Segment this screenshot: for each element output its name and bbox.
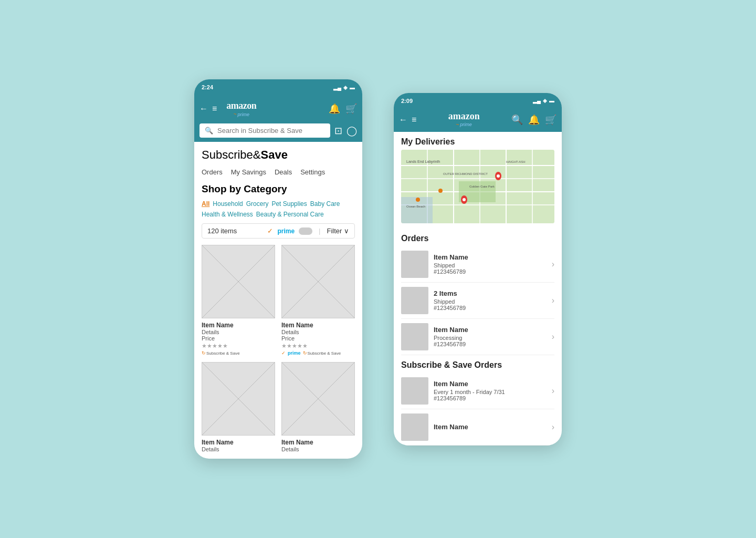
product-details-1: Details <box>281 329 355 335</box>
product-image-1[interactable] <box>281 245 355 318</box>
order-id-0: #123456789 <box>434 268 547 275</box>
battery-icon-left: ▬ <box>350 85 355 90</box>
amazon-text-left: amazon <box>226 100 256 111</box>
order-thumb-2 <box>401 323 428 350</box>
search-icon-left: 🔍 <box>205 127 213 134</box>
product-image-0[interactable] <box>202 245 275 318</box>
product-card-3: Item Name Details <box>281 362 355 452</box>
order-item-0[interactable]: Item Name Shipped #123456789 › <box>401 246 554 283</box>
filter-row: 120 items ✓ prime | Filter ∨ <box>202 223 355 239</box>
svg-text:OUTER RICHMOND DISTRICT: OUTER RICHMOND DISTRICT <box>443 172 488 175</box>
cat-beauty-personal-care[interactable]: Beauty & Personal Care <box>256 211 324 218</box>
cat-all[interactable]: All <box>202 200 209 208</box>
search-wrap-left: 🔍 <box>200 123 330 138</box>
order-name-0: Item Name <box>434 253 547 261</box>
order-info-2: Item Name Processing #123456789 <box>434 326 547 347</box>
amazon-logo-right: amazon ~ prime <box>421 111 507 129</box>
items-count: 120 items <box>207 227 263 235</box>
back-button-left[interactable]: ← <box>200 104 208 113</box>
cat-health-wellness[interactable]: Health & Wellness <box>202 211 253 218</box>
svg-point-18 <box>497 174 500 178</box>
tab-deals[interactable]: Deals <box>275 168 292 176</box>
orders-section-title: Orders <box>394 229 562 246</box>
my-deliveries-title: My Deliveries <box>394 132 562 150</box>
cat-grocery[interactable]: Grocery <box>246 200 269 208</box>
sns-order-id-0: #123456789 <box>434 395 547 401</box>
product-image-2[interactable] <box>202 362 275 436</box>
cat-pet-supplies[interactable]: Pet Supplies <box>271 200 307 208</box>
left-content: Subscribe&Save Orders My Savings Deals S… <box>194 142 362 459</box>
order-info-0: Item Name Shipped #123456789 <box>434 253 547 275</box>
sns-icon-0: ↻ <box>202 350 206 356</box>
status-icons-right: ▂▄ ◈ ▬ <box>533 98 554 104</box>
product-details-2: Details <box>202 446 275 452</box>
nav-bar-right: ← ≡ amazon ~ prime 🔍 🔔 🛒 <box>394 108 562 132</box>
product-card-0: Item Name Details Price ★★★★★ ↻ Subscrib… <box>202 245 275 356</box>
mic-icon-left[interactable]: ◯ <box>346 125 357 137</box>
product-stars-0: ★★★★★ <box>202 343 275 349</box>
order-thumb-1 <box>401 287 428 314</box>
sns-orders-title: Subscribe & Save Orders <box>394 355 562 373</box>
sns-order-schedule-0: Every 1 month - Friday 7/31 <box>434 389 547 395</box>
signal-icon-left: ▂▄ <box>333 85 341 90</box>
order-item-1[interactable]: 2 Items Shipped #123456789 › <box>401 283 554 319</box>
order-status-0: Shipped <box>434 262 547 268</box>
prime-check-icon: ✓ <box>267 227 273 235</box>
svg-text:HAIGHT-ASH: HAIGHT-ASH <box>506 160 526 163</box>
product-card-2: Item Name Details <box>202 362 275 452</box>
nav-bar-left: ← ≡ amazon ~ prime 🔔 🛒 <box>194 94 362 123</box>
prime-label-1: prime <box>288 350 301 356</box>
amazon-logo-left: amazon ~ prime <box>221 97 324 120</box>
sns-order-thumb-0 <box>401 377 428 405</box>
chevron-icon-1: › <box>552 296 554 305</box>
shop-by-category-title: Shop by Category <box>202 183 355 195</box>
sns-badge-1: ↻ Subscribe & Save <box>303 350 341 356</box>
right-phone: 2:09 ▂▄ ◈ ▬ ← ≡ amazon ~ prime 🔍 🔔 🛒 My … <box>394 93 562 446</box>
menu-button-right[interactable]: ≡ <box>412 115 416 125</box>
product-name-0: Item Name <box>202 322 275 329</box>
tab-settings[interactable]: Settings <box>300 168 325 176</box>
sns-order-item-0[interactable]: Item Name Every 1 month - Friday 7/31 #1… <box>401 373 554 409</box>
orders-list: Item Name Shipped #123456789 › 2 Items S… <box>394 246 562 355</box>
cat-baby-care[interactable]: Baby Care <box>310 200 340 208</box>
product-details-0: Details <box>202 329 275 335</box>
cat-household[interactable]: Household <box>213 200 243 208</box>
sns-order-item-1[interactable]: Item Name › <box>401 409 554 446</box>
categories-list: All Household Grocery Pet Supplies Baby … <box>202 200 355 218</box>
product-card-1: Item Name Details Price ★★★★★ ✓ prime ↻ … <box>281 245 355 356</box>
nav-icons-left: 🔔 🛒 <box>329 103 357 115</box>
sns-order-thumb-1 <box>401 413 428 441</box>
prime-toggle[interactable] <box>299 227 312 235</box>
back-button-right[interactable]: ← <box>399 115 407 125</box>
sns-tabs: Orders My Savings Deals Settings <box>202 168 355 176</box>
camera-icon-left[interactable]: ⊡ <box>334 125 342 137</box>
bell-icon-right[interactable]: 🔔 <box>528 114 540 126</box>
cart-icon-right[interactable]: 🛒 <box>545 114 556 126</box>
status-icons-left: ▂▄ ◈ ▬ <box>333 85 355 90</box>
chevron-icon-2: › <box>552 332 554 342</box>
battery-icon-right: ▬ <box>549 98 554 104</box>
sns-page-title: Subscribe&Save <box>202 148 355 162</box>
menu-button-left[interactable]: ≡ <box>212 104 217 113</box>
search-icon-right[interactable]: 🔍 <box>511 114 523 126</box>
sns-order-name-0: Item Name <box>434 380 547 388</box>
bell-icon-left[interactable]: 🔔 <box>329 103 340 115</box>
order-thumb-0 <box>401 251 428 278</box>
product-badges-0: ↻ Subscribe & Save <box>202 350 275 356</box>
tab-my-savings[interactable]: My Savings <box>231 168 266 176</box>
sns-order-info-0: Item Name Every 1 month - Friday 7/31 #1… <box>434 380 547 401</box>
cart-icon-left[interactable]: 🛒 <box>345 103 357 115</box>
product-image-3[interactable] <box>281 362 355 436</box>
sns-chevron-icon-0: › <box>552 386 554 396</box>
prime-text-right: prime <box>460 122 472 127</box>
order-name-1: 2 Items <box>434 289 547 297</box>
order-item-2[interactable]: Item Name Processing #123456789 › <box>401 319 554 355</box>
tab-orders[interactable]: Orders <box>202 168 223 176</box>
chevron-icon-0: › <box>552 260 554 269</box>
wifi-icon-left: ◈ <box>343 85 348 90</box>
filter-button[interactable]: Filter ∨ <box>327 227 350 235</box>
svg-text:Lands End Labyrinth: Lands End Labyrinth <box>406 160 440 164</box>
sns-save-text: Save <box>261 148 288 161</box>
order-status-2: Processing <box>434 335 547 341</box>
search-input-left[interactable] <box>217 127 325 134</box>
